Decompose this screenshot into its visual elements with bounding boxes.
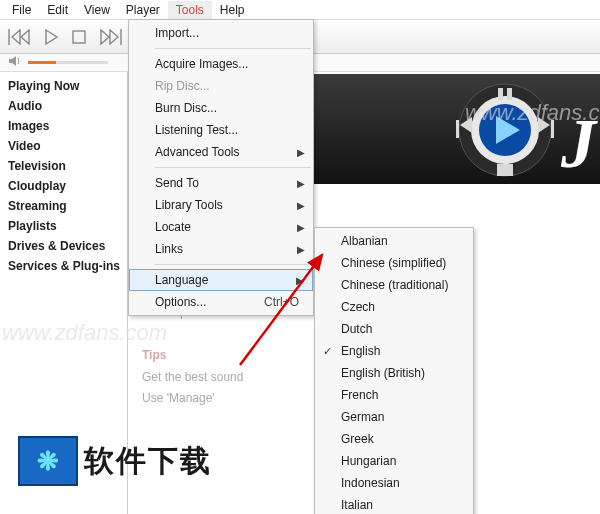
lang-french[interactable]: French — [315, 384, 473, 406]
menuitem-library-tools[interactable]: Library Tools▶ — [129, 194, 313, 216]
menuitem-burn-disc[interactable]: Burn Disc... — [129, 97, 313, 119]
menuitem-language[interactable]: Language▶ — [129, 269, 313, 291]
badge-text: 软件下载 — [84, 441, 212, 482]
lang-english-british[interactable]: English (British) — [315, 362, 473, 384]
submenu-arrow-icon: ▶ — [297, 244, 305, 255]
hero-player-controls-icon — [450, 80, 560, 183]
sidebar-item-playing-now[interactable]: Playing Now — [0, 76, 127, 96]
menu-separator — [155, 48, 311, 49]
next-track-icon[interactable] — [100, 29, 122, 45]
sidebar-item-streaming[interactable]: Streaming — [0, 196, 127, 216]
menu-tools[interactable]: Tools — [168, 1, 212, 19]
volume-icon[interactable] — [8, 55, 22, 70]
menuitem-rip-disc: Rip Disc... — [129, 75, 313, 97]
lang-german[interactable]: German — [315, 406, 473, 428]
svg-rect-4 — [498, 88, 503, 100]
tools-dropdown-menu: Import... Acquire Images... Rip Disc... … — [128, 19, 314, 316]
play-icon[interactable] — [44, 29, 58, 45]
menuitem-locate[interactable]: Locate▶ — [129, 216, 313, 238]
lang-greek[interactable]: Greek — [315, 428, 473, 450]
menuitem-send-to[interactable]: Send To▶ — [129, 172, 313, 194]
menu-file[interactable]: File — [4, 1, 39, 19]
menu-separator — [155, 264, 311, 265]
submenu-arrow-icon: ▶ — [297, 178, 305, 189]
menu-help[interactable]: Help — [212, 1, 253, 19]
menu-edit[interactable]: Edit — [39, 1, 76, 19]
lang-dutch[interactable]: Dutch — [315, 318, 473, 340]
language-submenu: Albanian Chinese (simplified) Chinese (t… — [314, 227, 474, 514]
badge-icon: ❋ — [18, 436, 78, 486]
lang-english[interactable]: ✓English — [315, 340, 473, 362]
lang-albanian[interactable]: Albanian — [315, 230, 473, 252]
lang-czech[interactable]: Czech — [315, 296, 473, 318]
menuitem-listening-test[interactable]: Listening Test... — [129, 119, 313, 141]
sidebar-item-drives-devices[interactable]: Drives & Devices — [0, 236, 127, 256]
lang-chinese-traditional[interactable]: Chinese (traditional) — [315, 274, 473, 296]
sidebar-item-playlists[interactable]: Playlists — [0, 216, 127, 236]
lang-chinese-simplified[interactable]: Chinese (simplified) — [315, 252, 473, 274]
sidebar-item-images[interactable]: Images — [0, 116, 127, 136]
menu-separator — [155, 167, 311, 168]
lang-indonesian[interactable]: Indonesian — [315, 472, 473, 494]
lang-hungarian[interactable]: Hungarian — [315, 450, 473, 472]
volume-slider[interactable] — [28, 61, 108, 64]
sidebar-item-television[interactable]: Television — [0, 156, 127, 176]
svg-rect-7 — [551, 120, 554, 138]
download-badge: ❋ 软件下载 — [18, 436, 212, 486]
menubar: File Edit View Player Tools Help — [0, 0, 600, 20]
check-icon: ✓ — [323, 345, 332, 358]
lang-italian[interactable]: Italian — [315, 494, 473, 514]
menuitem-links[interactable]: Links▶ — [129, 238, 313, 260]
svg-rect-8 — [497, 164, 513, 176]
menu-player[interactable]: Player — [118, 1, 168, 19]
menuitem-options[interactable]: Options...Ctrl+O — [129, 291, 313, 313]
stop-icon[interactable] — [72, 30, 86, 44]
menuitem-advanced-tools[interactable]: Advanced Tools▶ — [129, 141, 313, 163]
sidebar-item-cloudplay[interactable]: Cloudplay — [0, 176, 127, 196]
submenu-arrow-icon: ▶ — [296, 275, 304, 286]
menu-view[interactable]: View — [76, 1, 118, 19]
sidebar-item-services-plugins[interactable]: Services & Plug-ins — [0, 256, 127, 276]
shortcut-label: Ctrl+O — [264, 295, 299, 309]
sidebar-item-video[interactable]: Video — [0, 136, 127, 156]
prev-track-icon[interactable] — [8, 29, 30, 45]
sidebar-item-audio[interactable]: Audio — [0, 96, 127, 116]
svg-rect-6 — [456, 120, 459, 138]
submenu-arrow-icon: ▶ — [297, 200, 305, 211]
menuitem-import[interactable]: Import... — [129, 22, 313, 44]
svg-rect-0 — [73, 31, 85, 43]
hero-logo-letter: J — [561, 104, 596, 184]
submenu-arrow-icon: ▶ — [297, 147, 305, 158]
submenu-arrow-icon: ▶ — [297, 222, 305, 233]
svg-rect-5 — [507, 88, 512, 100]
menuitem-acquire-images[interactable]: Acquire Images... — [129, 53, 313, 75]
